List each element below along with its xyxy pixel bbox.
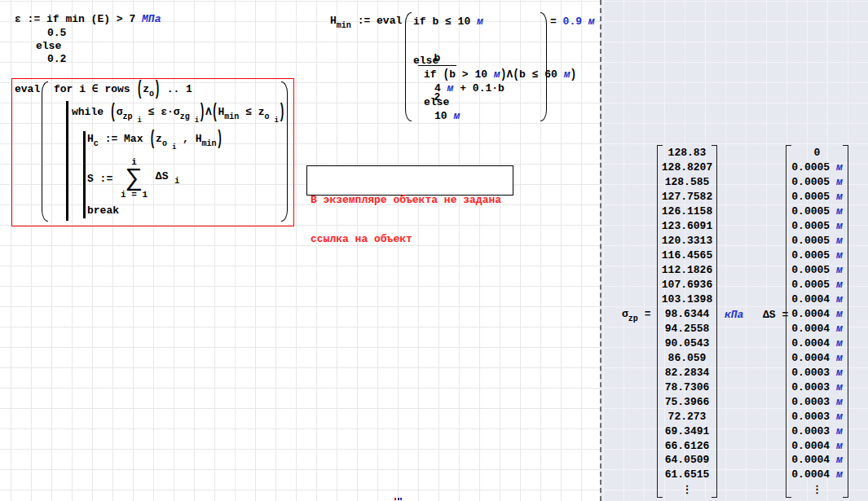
matrix-cell: 75.3966 (663, 394, 711, 409)
program-bar (66, 101, 68, 221)
summation-icon: i ∑ i = 1 (121, 158, 148, 200)
matrix-cell: 123.6091 (663, 219, 711, 234)
matrix-cell: 0.0005 м (792, 263, 842, 278)
matrix-cell: 0.0003 м (792, 394, 842, 409)
paren-left-icon (42, 81, 48, 222)
formula-line: if b ≤ 10 м (413, 15, 483, 28)
formula-line: 10 м (434, 110, 460, 122)
matrix-cell: 0.0004 м (792, 336, 842, 350)
sum-lhs: S := (87, 173, 119, 185)
matrix-cell: 90.0543 (663, 336, 711, 350)
mathcad-worksheet: ε := if min (E) > 7 МПа 0.5 else 0.2 eva… (0, 0, 868, 501)
matrix-cell: 120.3313 (663, 234, 711, 248)
matrix-cell: 126.1158 (663, 204, 711, 219)
matrix-cell: 78.7306 (663, 380, 711, 394)
formula-line: 0.2 (47, 53, 66, 65)
matrix-cell: 103.1398 (663, 292, 711, 307)
matrix-cell: 128.8207 (663, 160, 711, 175)
paren-left-icon (405, 12, 412, 121)
matrix-rows: 128.83128.8207128.585127.7582126.1158123… (663, 146, 711, 497)
matrix-cell: 0.0005 м (792, 278, 842, 292)
hmin-lhs: Hmin := eval (330, 15, 402, 32)
hc-assignment-line: Hc := Max (zo i , Hmin) (87, 133, 223, 154)
hmin-result: = 0.9 м (550, 15, 595, 28)
sigma-zp-matrix: 128.83128.8207128.585127.7582126.1158123… (657, 145, 717, 498)
matrix-cell: 112.1826 (663, 263, 711, 278)
break-line: break (87, 204, 119, 217)
matrix-cell: 66.6126 (663, 438, 711, 453)
formula-line: else (424, 96, 449, 108)
matrix-cell: 82.2834 (663, 365, 711, 380)
matrix-cell: 0.0005 м (792, 219, 842, 234)
sigma-zp-label: σzp = (622, 308, 650, 325)
sum-rhs: ΔS i (149, 170, 179, 187)
matrix-cell: 0.0004 м (792, 306, 842, 321)
delta-s-label: ΔS = (763, 309, 788, 321)
formula-line: ε := if min (E) > 7 МПа (15, 13, 161, 25)
matrix-cell: 0.0004 м (792, 438, 842, 453)
matrix-cell: 0.0004 м (792, 321, 842, 336)
matrix-cell: 69.3491 (663, 424, 711, 438)
delta-s-matrix: 00.0005 м0.0005 м0.0005 м0.0005 м0.0005 … (786, 145, 848, 498)
clipped-region-marker (394, 498, 403, 500)
matrix-cell: 0.0003 м (792, 409, 842, 424)
matrix-rows: 00.0005 м0.0005 м0.0005 м0.0005 м0.0005 … (792, 146, 842, 497)
error-message-box[interactable]: В экземпляре объекта не задана ссылка на… (306, 165, 513, 196)
matrix-cell: 0.0003 м (792, 380, 842, 394)
matrix-cell: 0.0004 м (792, 453, 842, 468)
matrix-cell: 107.6936 (663, 278, 711, 292)
error-line: ссылка на объект (311, 233, 509, 246)
sigma-zp-unit: кПа (725, 309, 743, 321)
formula-line: else (413, 55, 438, 67)
matrix-cell: 64.0509 (663, 453, 711, 468)
sum-lower-limit: i = 1 (121, 190, 148, 200)
error-line: В экземпляре объекта не задана (311, 194, 509, 207)
matrix-cell: 0.0004 м (792, 468, 842, 482)
matrix-cell: 0.0005 м (792, 190, 842, 204)
sum-assignment-line: S := i ∑ i = 1 ΔS i (87, 158, 179, 200)
matrix-bracket-right-icon (843, 145, 848, 498)
matrix-bracket-left-icon (786, 145, 791, 498)
matrix-cell: 0.0005 м (792, 204, 842, 219)
matrix-cell: 98.6344 (663, 306, 711, 321)
matrix-cell: 116.4565 (663, 248, 711, 263)
sigma-sum-symbol: ∑ (127, 167, 142, 190)
matrix-cell: 128.585 (663, 175, 711, 190)
matrix-cell: 0.0005 м (792, 175, 842, 190)
for-line: for i ∈ rows (zo) .. 1 (54, 83, 192, 100)
matrix-cell: 94.2558 (663, 321, 711, 336)
matrix-cell: ⋮ (663, 482, 711, 497)
while-line: while (σzp i ≤ ε·σzg i)Λ(Hmin ≤ zo i) (72, 106, 285, 127)
matrix-cell: 0.0005 м (792, 248, 842, 263)
matrix-cell: 0.0004 м (792, 350, 842, 365)
matrix-cell: 0.0005 м (792, 160, 842, 175)
matrix-cell: 0.0005 м (792, 234, 842, 248)
matrix-cell: 0 (792, 146, 842, 160)
formula-line: if (b > 10 м)Λ(b ≤ 60 м) (424, 68, 576, 81)
matrix-cell: 0.0003 м (792, 365, 842, 380)
program-bar (83, 131, 86, 218)
matrix-cell: 0.0004 м (792, 292, 842, 307)
matrix-cell: 61.6515 (663, 468, 711, 482)
matrix-cell: 72.273 (663, 409, 711, 424)
formula-line: 0.5 (47, 27, 66, 39)
matrix-cell: 128.83 (663, 146, 711, 160)
matrix-cell: 127.7582 (663, 190, 711, 204)
matrix-cell: ⋮ (792, 482, 842, 497)
formula-line: else (36, 40, 61, 52)
formula-line: 4 м + 0.1·b (434, 82, 504, 94)
eval-keyword: eval (15, 83, 40, 95)
matrix-cell: 0.0003 м (792, 424, 842, 438)
matrix-cell: 86.059 (663, 350, 711, 365)
paren-right-icon (540, 12, 547, 121)
